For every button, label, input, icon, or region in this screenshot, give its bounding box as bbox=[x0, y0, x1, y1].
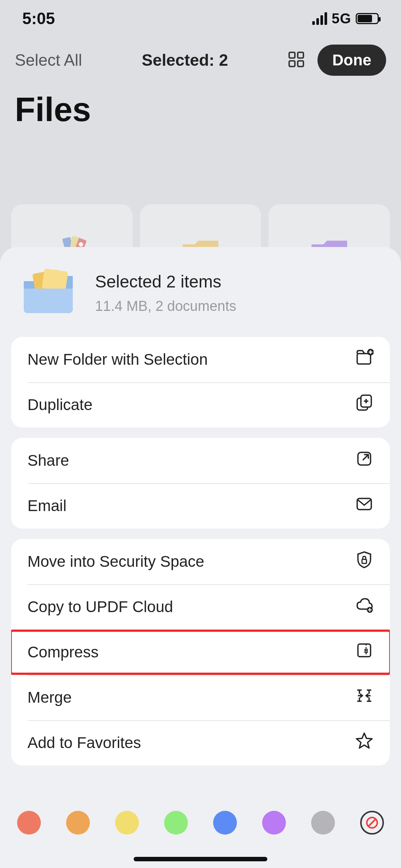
action-label: Duplicate bbox=[27, 396, 355, 414]
mail-icon bbox=[355, 495, 374, 517]
status-right: 5G bbox=[312, 11, 379, 27]
action-label: Move into Security Space bbox=[27, 553, 355, 570]
sheet-header: Selected 2 items 11.4 MB, 2 documents bbox=[11, 260, 390, 337]
tag-color-dot[interactable] bbox=[66, 811, 90, 835]
action-duplicate[interactable]: Duplicate bbox=[11, 382, 390, 428]
cellular-signal-icon bbox=[312, 12, 327, 25]
network-type: 5G bbox=[332, 11, 351, 27]
action-label: Merge bbox=[27, 689, 355, 706]
action-new_folder[interactable]: New Folder with Selection bbox=[11, 337, 390, 382]
svg-rect-1 bbox=[298, 52, 303, 58]
zip-file-icon bbox=[355, 641, 374, 663]
cloud-plus-icon bbox=[355, 596, 374, 618]
remove-tag-button[interactable] bbox=[360, 811, 384, 835]
action-label: Compress bbox=[27, 643, 355, 661]
action-share[interactable]: Share bbox=[11, 438, 390, 483]
action-security[interactable]: Move into Security Space bbox=[11, 539, 390, 584]
star-icon bbox=[355, 732, 374, 754]
merge-icon bbox=[355, 686, 374, 709]
action-compress[interactable]: Compress bbox=[11, 630, 390, 675]
top-bar: Select All Selected: 2 Done bbox=[0, 33, 401, 76]
grid-view-icon[interactable] bbox=[288, 51, 305, 69]
svg-rect-2 bbox=[289, 61, 295, 66]
svg-rect-3 bbox=[298, 61, 303, 66]
action-email[interactable]: Email bbox=[11, 483, 390, 529]
tag-color-dot[interactable] bbox=[262, 811, 286, 835]
status-bar: 5:05 5G bbox=[0, 0, 401, 33]
folder-open-icon bbox=[17, 264, 80, 321]
action-favorite[interactable]: Add to Favorites bbox=[11, 720, 390, 765]
svg-rect-0 bbox=[289, 52, 295, 58]
folder-plus-icon bbox=[355, 348, 374, 371]
home-indicator bbox=[134, 857, 267, 861]
select-all-button[interactable]: Select All bbox=[15, 51, 82, 69]
selected-count-label: Selected: 2 bbox=[142, 51, 228, 69]
status-time: 5:05 bbox=[22, 9, 55, 28]
action-label: Share bbox=[27, 452, 355, 469]
action-sheet: Selected 2 items 11.4 MB, 2 documents Ne… bbox=[0, 247, 401, 868]
svg-line-12 bbox=[369, 819, 375, 826]
action-label: Add to Favorites bbox=[27, 734, 355, 752]
tag-color-dot[interactable] bbox=[115, 811, 139, 835]
shield-lock-icon bbox=[355, 550, 374, 573]
svg-rect-10 bbox=[42, 269, 68, 292]
sheet-title: Selected 2 items bbox=[95, 272, 236, 292]
tag-color-dot[interactable] bbox=[17, 811, 41, 835]
action-label: Copy to UPDF Cloud bbox=[27, 598, 355, 616]
sheet-subtitle: 11.4 MB, 2 documents bbox=[95, 298, 236, 314]
action-group: Move into Security SpaceCopy to UPDF Clo… bbox=[11, 539, 390, 765]
share-icon bbox=[355, 449, 374, 472]
action-label: Email bbox=[27, 497, 355, 515]
done-button[interactable]: Done bbox=[317, 45, 386, 76]
page-title: Files bbox=[0, 76, 401, 129]
tag-color-dot[interactable] bbox=[311, 811, 335, 835]
action-cloud[interactable]: Copy to UPDF Cloud bbox=[11, 584, 390, 630]
action-merge[interactable]: Merge bbox=[11, 675, 390, 720]
svg-point-8 bbox=[79, 242, 83, 247]
action-group: New Folder with SelectionDuplicate bbox=[11, 337, 390, 428]
action-label: New Folder with Selection bbox=[27, 351, 355, 368]
battery-icon bbox=[356, 13, 379, 24]
tag-color-dot[interactable] bbox=[164, 811, 188, 835]
duplicate-icon bbox=[355, 394, 374, 416]
tag-color-row bbox=[0, 811, 401, 835]
action-group: ShareEmail bbox=[11, 438, 390, 529]
tag-color-dot[interactable] bbox=[213, 811, 237, 835]
